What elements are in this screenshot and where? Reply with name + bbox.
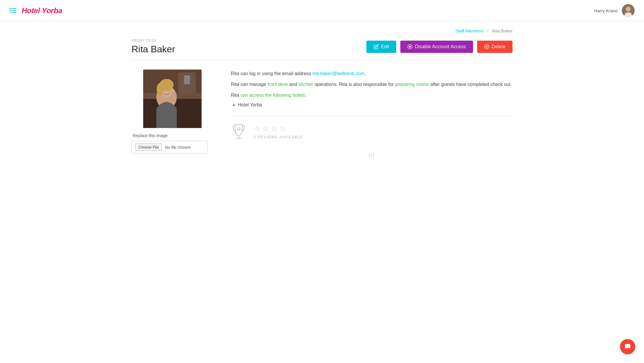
header-right: Harry Krane xyxy=(594,4,635,17)
access-link: can access the following hotels xyxy=(240,93,305,98)
breadcrumb-parent[interactable]: Staff Members xyxy=(455,28,484,33)
hamburger-menu[interactable] xyxy=(9,8,16,13)
star-4: ☆ xyxy=(279,124,286,133)
edit-label: Edit xyxy=(381,44,389,49)
reviews-count: 2 REVIEWS AVAILABLE xyxy=(254,135,303,139)
star-rating: ☆ ☆ ☆ ☆ xyxy=(254,124,286,133)
delete-icon xyxy=(484,44,489,49)
breadcrumb: Staff Members / Rita Baker xyxy=(131,28,513,33)
role-kitchen: kitchen xyxy=(298,82,313,87)
hotel-list: Hotel Yorba xyxy=(238,102,513,108)
header: Hotel Yorba Harry Krane xyxy=(0,0,644,21)
access-info: Rita can access the following hotels: xyxy=(231,91,513,99)
reviews-section: ☆ ☆ ☆ ☆ 2 REVIEWS AVAILABLE xyxy=(231,123,513,141)
list-item: Hotel Yorba xyxy=(238,102,513,108)
svg-point-3 xyxy=(626,7,631,11)
star-3: ☆ xyxy=(271,124,277,133)
trophy-icon xyxy=(231,123,247,141)
avatar xyxy=(622,4,635,17)
reviews-divider xyxy=(231,116,513,116)
email-prefix: Rita can log in using the email address xyxy=(231,71,312,76)
logo: Hotel Yorba xyxy=(22,6,62,15)
access-prefix: Rita xyxy=(231,93,240,98)
page-header-actions: Edit Disable Account Access Delete xyxy=(366,41,513,53)
header-left: Hotel Yorba xyxy=(9,6,62,15)
page-header: FRONT DESK Rita Baker Edit Disable Accou… xyxy=(131,39,513,55)
manage-mid: and xyxy=(288,82,299,87)
access-suffix: : xyxy=(305,93,306,98)
right-panel: Rita can log in using the email address … xyxy=(231,70,513,158)
svg-point-18 xyxy=(237,127,240,130)
breadcrumb-current: Rita Baker xyxy=(492,28,513,33)
staff-role: FRONT DESK xyxy=(131,39,175,43)
star-2: ☆ xyxy=(262,124,269,133)
page-header-left: FRONT DESK Rita Baker xyxy=(131,39,175,55)
disable-label: Disable Account Access xyxy=(415,44,466,49)
user-name: Harry Krane xyxy=(594,8,618,13)
delete-button[interactable]: Delete xyxy=(477,41,513,53)
svg-rect-11 xyxy=(184,75,190,84)
delete-label: Delete xyxy=(492,44,505,49)
svg-point-15 xyxy=(157,83,164,96)
choose-file-button[interactable]: Choose File xyxy=(135,144,162,151)
staff-name: Rita Baker xyxy=(131,44,175,55)
manage-prefix: Rita can manage xyxy=(231,82,267,87)
staff-photo-svg xyxy=(143,70,202,128)
disable-button[interactable]: Disable Account Access xyxy=(400,41,473,53)
manage-end: after guests have completed check out. xyxy=(429,82,512,87)
file-name-display: No file chosen xyxy=(165,145,191,150)
bottom-decoration: /// xyxy=(231,152,513,158)
staff-photo xyxy=(143,70,202,128)
manage-suffix: operations. Rita is also responsible for xyxy=(313,82,395,87)
manage-info: Rita can manage front desk and kitchen o… xyxy=(231,80,513,88)
edit-icon xyxy=(373,44,379,49)
role-front-desk: front desk xyxy=(267,82,288,87)
breadcrumb-separator: / xyxy=(487,28,489,33)
stars-area: ☆ ☆ ☆ ☆ 2 REVIEWS AVAILABLE xyxy=(254,124,303,139)
file-input-area[interactable]: Choose File No file chosen xyxy=(131,141,207,153)
role-preparing-rooms: preparing rooms xyxy=(395,82,429,87)
main-content: Staff Members / Rita Baker FRONT DESK Ri… xyxy=(117,21,527,172)
left-panel: Replace this image: Choose File No file … xyxy=(131,70,213,158)
staff-email[interactable]: rita.baker@bellebnb.com xyxy=(312,71,364,76)
content-area: Replace this image: Choose File No file … xyxy=(131,70,513,158)
header-divider xyxy=(131,60,513,60)
replace-image-label: Replace this image: xyxy=(133,133,213,138)
disable-icon xyxy=(407,44,413,49)
edit-button[interactable]: Edit xyxy=(366,41,396,53)
star-1: ☆ xyxy=(254,124,260,133)
login-info: Rita can log in using the email address … xyxy=(231,70,513,77)
